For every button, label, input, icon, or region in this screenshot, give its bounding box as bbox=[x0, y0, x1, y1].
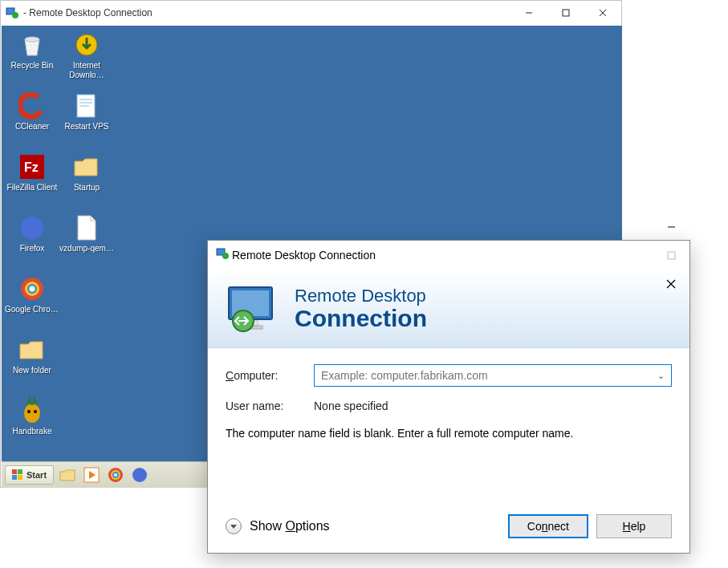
desktop-icon-label: Handbrake bbox=[13, 427, 52, 436]
desktop-icon-ccleaner[interactable]: CCleaner bbox=[5, 91, 59, 132]
firefox-icon bbox=[132, 467, 148, 483]
outer-window-controls bbox=[510, 1, 621, 25]
rdp-window-controls bbox=[653, 212, 689, 298]
desktop-icon-label: Startup bbox=[74, 183, 100, 193]
connect-button[interactable]: Connect bbox=[508, 514, 588, 538]
computer-input[interactable] bbox=[321, 369, 665, 382]
taskbar-media-player[interactable] bbox=[81, 465, 102, 485]
svg-point-6 bbox=[25, 37, 39, 42]
svg-point-1 bbox=[12, 12, 18, 18]
idm-icon bbox=[72, 30, 101, 59]
recycle-bin-icon bbox=[18, 30, 47, 59]
rdp-header-line1: Remote Desktop bbox=[295, 286, 427, 306]
svg-rect-25 bbox=[18, 475, 22, 480]
desktop-icon-restart-vps[interactable]: Restart VPS bbox=[59, 91, 114, 132]
chevron-down-icon bbox=[226, 518, 242, 534]
ccleaner-icon bbox=[18, 91, 47, 120]
rdp-app-icon bbox=[6, 6, 18, 19]
close-button[interactable] bbox=[584, 1, 621, 25]
minimize-button[interactable] bbox=[653, 212, 689, 241]
computer-label: Computer: bbox=[226, 369, 314, 382]
minimize-button[interactable] bbox=[510, 1, 547, 25]
desktop-icon-startup[interactable]: Startup bbox=[59, 152, 114, 193]
taskbar-firefox[interactable] bbox=[129, 465, 150, 485]
desktop-icon-label: Recycle Bin bbox=[11, 61, 54, 71]
show-options-toggle[interactable]: Show Options bbox=[226, 518, 330, 534]
computer-row: Computer: ⌄ bbox=[226, 364, 672, 387]
desktop-icon-recycle-bin[interactable]: Recycle Bin bbox=[5, 30, 59, 71]
username-label: User name: bbox=[226, 400, 314, 412]
desktop-icon-chrome[interactable]: Google Chrome bbox=[5, 274, 59, 314]
rdp-monitor-icon bbox=[224, 281, 280, 337]
svg-rect-36 bbox=[668, 252, 675, 259]
start-button[interactable]: Start bbox=[5, 465, 54, 485]
rdp-body: Computer: ⌄ User name: None specified Th… bbox=[208, 348, 689, 449]
rdp-header-text: Remote Desktop Connection bbox=[295, 286, 427, 332]
status-text: The computer name field is blank. Enter … bbox=[226, 425, 672, 441]
firefox-icon bbox=[18, 213, 47, 242]
start-button-label: Start bbox=[26, 470, 47, 480]
rdp-dialog-title: Remote Desktop Connection bbox=[232, 249, 376, 262]
maximize-button[interactable] bbox=[547, 1, 584, 25]
chevron-down-icon[interactable]: ⌄ bbox=[657, 371, 665, 381]
svg-point-31 bbox=[114, 473, 117, 477]
desktop-icon-label: Google Chrome bbox=[5, 305, 59, 314]
taskbar-explorer[interactable] bbox=[57, 465, 78, 485]
help-button[interactable]: Help bbox=[596, 514, 672, 538]
desktop-icon-label: CCleaner bbox=[15, 122, 49, 132]
svg-point-34 bbox=[222, 253, 229, 259]
desktop-icon-new-folder[interactable]: New folder bbox=[5, 335, 59, 375]
svg-point-14 bbox=[24, 404, 40, 423]
svg-rect-23 bbox=[18, 469, 22, 474]
outer-titlebar[interactable]: - Remote Desktop Connection bbox=[1, 1, 621, 25]
svg-rect-22 bbox=[12, 469, 17, 474]
filezilla-icon: Fz bbox=[18, 152, 47, 181]
file-icon bbox=[72, 213, 101, 242]
handbrake-icon bbox=[18, 396, 47, 425]
desktop-icon-label: Internet Downlo… bbox=[59, 61, 114, 79]
username-value: None specified bbox=[314, 400, 388, 412]
rdp-app-icon bbox=[216, 247, 229, 263]
desktop-icon-handbrake[interactable]: Handbrake bbox=[5, 396, 59, 436]
rdp-header: Remote Desktop Connection bbox=[208, 270, 689, 348]
rdp-header-line2: Connection bbox=[295, 305, 427, 332]
folder-icon bbox=[18, 335, 47, 364]
chrome-icon bbox=[18, 274, 47, 303]
svg-point-32 bbox=[132, 468, 147, 482]
svg-point-15 bbox=[27, 410, 31, 413]
script-icon bbox=[72, 91, 101, 120]
taskbar-chrome[interactable] bbox=[105, 465, 126, 485]
rdp-dialog: Remote Desktop Connection Remote Desktop… bbox=[207, 240, 690, 554]
svg-rect-24 bbox=[12, 475, 17, 480]
rdp-footer: Show Options Connect Help bbox=[226, 514, 672, 538]
folder-icon bbox=[72, 152, 101, 181]
footer-buttons: Connect Help bbox=[508, 514, 672, 538]
desktop-icon-idm[interactable]: Internet Downlo… bbox=[59, 30, 114, 79]
outer-window-title: - Remote Desktop Connection bbox=[23, 7, 153, 18]
folder-icon bbox=[59, 468, 75, 482]
maximize-button[interactable] bbox=[653, 241, 689, 270]
computer-combobox[interactable]: ⌄ bbox=[314, 364, 672, 387]
svg-marker-44 bbox=[230, 525, 237, 529]
svg-text:Fz: Fz bbox=[24, 160, 39, 174]
svg-point-9 bbox=[21, 217, 43, 239]
rdp-titlebar[interactable]: Remote Desktop Connection bbox=[208, 241, 689, 270]
svg-rect-3 bbox=[563, 10, 569, 16]
show-options-label: Show Options bbox=[250, 519, 330, 534]
desktop-icon-label: Restart VPS bbox=[64, 122, 108, 132]
play-icon bbox=[83, 467, 100, 483]
username-row: User name: None specified bbox=[226, 400, 672, 412]
desktop-icon-filezilla[interactable]: Fz FileZilla Client bbox=[5, 152, 59, 193]
chrome-icon bbox=[108, 467, 124, 483]
svg-point-13 bbox=[30, 286, 35, 292]
desktop-icon-label: vzdump-qem… bbox=[59, 244, 114, 254]
desktop-icon-firefox[interactable]: Firefox bbox=[5, 213, 59, 254]
desktop-icon-label: New folder bbox=[13, 366, 51, 375]
close-button[interactable] bbox=[653, 270, 689, 298]
desktop-icon-label: FileZilla Client bbox=[7, 183, 58, 193]
desktop-icon-vzdump[interactable]: vzdump-qem… bbox=[59, 213, 114, 254]
svg-point-16 bbox=[34, 410, 37, 413]
desktop-icon-label: Firefox bbox=[20, 244, 45, 254]
windows-logo-icon bbox=[12, 469, 23, 481]
